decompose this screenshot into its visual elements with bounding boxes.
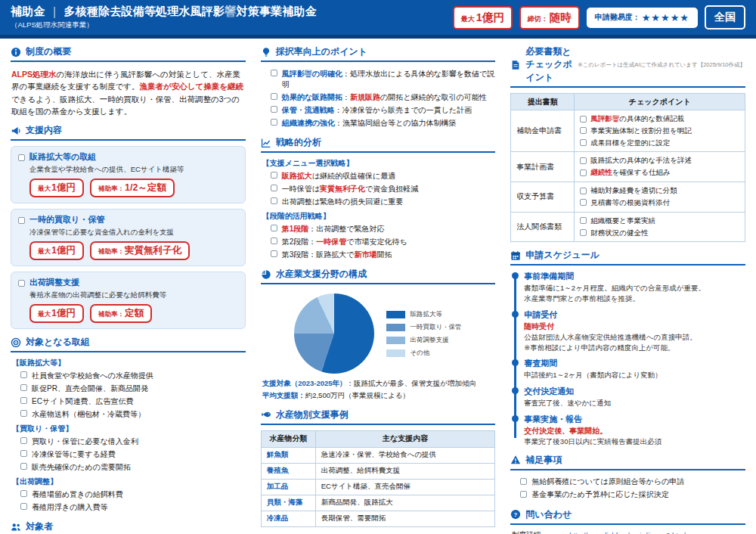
checkbox[interactable]: [580, 188, 587, 194]
checkbox[interactable]: [520, 491, 527, 498]
checkbox[interactable]: [20, 463, 27, 470]
right-column: 必要書類とチェックポイント ※このレポートは生成AIにて作成されています【202…: [510, 45, 745, 534]
checkbox[interactable]: [580, 229, 587, 236]
doc-name: 補助金申請書: [511, 110, 575, 152]
table-row: 貝類・海藻新商品開発、販路拡大: [261, 495, 495, 511]
checklist-item[interactable]: 買取り・保管に必要な借入金利: [11, 435, 246, 448]
check-item[interactable]: 成果目標を定量的に設定: [580, 137, 739, 149]
checkbox[interactable]: [580, 169, 587, 176]
checklist-item[interactable]: 水産物送料（梱包材・冷蔵費等）: [11, 408, 246, 421]
checklist-item[interactable]: 第1段階：出荷調整で緊急対応: [261, 222, 496, 235]
rate-prefix: 補助率：: [98, 310, 124, 319]
checklist-label: 組織連携の強化：漁業協同組合等との協力体制構築: [282, 118, 457, 129]
checkbox[interactable]: [580, 157, 587, 164]
checkbox[interactable]: [271, 250, 277, 257]
checklist-item[interactable]: 無給餌養殖については原則組合等からの申請: [510, 476, 745, 489]
check-item[interactable]: 補助対象経費を適切に分類: [580, 185, 739, 197]
check-item[interactable]: 財務状況の健全性: [580, 227, 739, 239]
checkbox[interactable]: [580, 116, 587, 123]
checkbox[interactable]: [271, 119, 277, 126]
support-card-shukka: 出荷調整支援 養殖水産物の出荷調整に必要な給餌料費等 最大1億円 補助率：定額: [11, 272, 246, 329]
checkbox[interactable]: [18, 154, 25, 161]
check-text: 補助対象経費を適切に分類: [590, 186, 677, 194]
checkbox[interactable]: [271, 172, 277, 179]
difficulty-badge: 申請難易度：★★★★★: [587, 8, 698, 28]
checkbox[interactable]: [20, 450, 27, 457]
checkbox[interactable]: [580, 217, 587, 224]
checkbox[interactable]: [18, 217, 25, 224]
point-lead: 風評影響の明確化: [282, 70, 342, 78]
checklist-item[interactable]: 販路拡大は継続的収益確保に最適: [261, 169, 496, 182]
check-item[interactable]: 販路拡大の具体的な手法を詳述: [580, 155, 739, 167]
checklist-item[interactable]: 冷凍保管等に要する経費: [11, 448, 246, 461]
rate-prefix: 補助率：: [98, 185, 124, 194]
schedule-step: 交付決定通知 審査完了後、速やかに通知: [524, 386, 745, 408]
checkbox[interactable]: [20, 371, 27, 378]
checkbox[interactable]: [271, 106, 277, 113]
region-badge: 全国: [705, 5, 745, 29]
check-item[interactable]: 組織概要と事業実績: [580, 215, 739, 227]
checkbox[interactable]: [18, 280, 25, 287]
section-heading-contact: ? 問い合わせ: [510, 508, 745, 525]
content-columns: 制度の概要 ALPS処理水の海洋放出に伴う風評影響への対策として、水産業界の事業…: [0, 39, 756, 534]
checkbox[interactable]: [271, 225, 277, 231]
checkbox[interactable]: [271, 197, 277, 204]
check-item[interactable]: 見積書等の根拠資料添付: [580, 197, 739, 209]
checkbox[interactable]: [271, 238, 277, 244]
checkbox[interactable]: [20, 503, 27, 510]
checklist-item[interactable]: 風評影響の明確化：処理水放出による具体的な影響を数値で説明: [261, 67, 496, 91]
checkbox[interactable]: [580, 139, 587, 146]
detail-page-link[interactable]: http://www.fishfund.or.jp/jigyou9.html: [569, 531, 686, 534]
checkbox[interactable]: [20, 437, 27, 444]
checklist-label: 社員食堂や学校給食への水産物提供: [32, 371, 153, 381]
rate-badge: 補助率：実質無利子化: [90, 241, 190, 260]
legend-swatch: [386, 349, 405, 357]
checkbox[interactable]: [271, 70, 277, 76]
checkbox[interactable]: [271, 185, 277, 191]
checklist-item[interactable]: 保管・流通戦略：冷凍保管から販売までの一貫した計画: [261, 104, 496, 116]
checklist-item[interactable]: 効果的な販路開拓：新規販路の開拓と継続的な取引の可能性: [261, 91, 496, 104]
deadline-value: 随時: [550, 11, 572, 25]
checklist-item[interactable]: 販売先確保のための需要開拓: [11, 461, 246, 473]
checkbox[interactable]: [20, 397, 27, 404]
checklist-item[interactable]: 第2段階：一時保管で市場安定化待ち: [261, 235, 496, 248]
chart-caption-1: 支援対象（2023-2025年）：販路拡大が最多、保管支援が増加傾向: [262, 378, 496, 389]
checkbox[interactable]: [580, 127, 587, 134]
strategy-group-label: 【段階的活用戦略】: [262, 211, 496, 222]
checklist-label: 水産物送料（梱包材・冷蔵費等）: [32, 409, 145, 420]
check-item[interactable]: 継続性を確保する仕組み: [580, 167, 739, 179]
checklist-item[interactable]: 養殖用浮きの購入費等: [11, 501, 246, 514]
checklist-item[interactable]: 出荷調整は緊急時の損失回避に重要: [261, 195, 496, 208]
checkbox[interactable]: [580, 199, 587, 206]
pie-chart-icon: [261, 269, 271, 280]
section-heading-targets: 対象となる取組: [11, 336, 246, 352]
checkbox[interactable]: [20, 384, 27, 391]
checklist-label: 第2段階：一時保管で市場安定化待ち: [282, 237, 407, 247]
checklist-item[interactable]: 養殖場留め置きの給餌料費: [11, 488, 246, 501]
checklist-item[interactable]: 組織連携の強化：漁業協同組合等との協力体制構築: [261, 116, 496, 129]
max-amount-badge: 最大1億円: [453, 6, 513, 29]
doc-checks: 組織概要と事業実績 財務状況の健全性: [575, 212, 745, 242]
case-desc: 出荷調整、給餌料費支援: [315, 463, 495, 479]
checkbox[interactable]: [520, 478, 527, 485]
section-heading-docs: 必要書類とチェックポイント ※このレポートは生成AIにて作成されています【202…: [510, 45, 745, 88]
check-item[interactable]: 風評影響の具体的な数値記載: [580, 113, 739, 126]
checklist-item[interactable]: 基金事業のため予算枠に応じた採択決定: [510, 489, 745, 501]
checkbox[interactable]: [20, 490, 27, 497]
check-label: 補助対象経費を適切に分類: [590, 186, 677, 196]
checklist-item[interactable]: 一時保管は実質無利子化で資金負担軽減: [261, 182, 496, 195]
checkbox[interactable]: [20, 410, 27, 417]
checklist-item[interactable]: 社員食堂や学校給食への水産物提供: [11, 369, 246, 382]
checklist-item[interactable]: 販促PR、直売会開催、新商品開発: [11, 382, 246, 395]
header-bar: 補助金｜多核種除去設備等処理水風評影響対策事業補助金 （ALPS処理水関連事業）…: [0, 0, 756, 35]
checklist-item[interactable]: 第3段階：販路拡大で新市場開拓: [261, 248, 496, 261]
point-text: ：冷凍保管から販売までの一貫した計画: [335, 106, 472, 114]
check-item[interactable]: 事業実施体制と役割分担を明記: [580, 125, 739, 137]
case-desc: 急速冷凍・保管、学校給食への提供: [315, 447, 495, 463]
section-heading-overview: 制度の概要: [11, 45, 246, 62]
checklist-item[interactable]: ECサイト関連費、広告宣伝費: [11, 395, 246, 408]
doc-checks: 補助対象経費を適切に分類 見積書等の根拠資料添付: [575, 182, 745, 213]
checkbox[interactable]: [271, 93, 277, 100]
table-row: 法人関係書類 組織概要と事業実績 財務状況の健全性: [511, 212, 745, 242]
table-row: 加工品ECサイト構築、直売会開催: [261, 479, 495, 495]
